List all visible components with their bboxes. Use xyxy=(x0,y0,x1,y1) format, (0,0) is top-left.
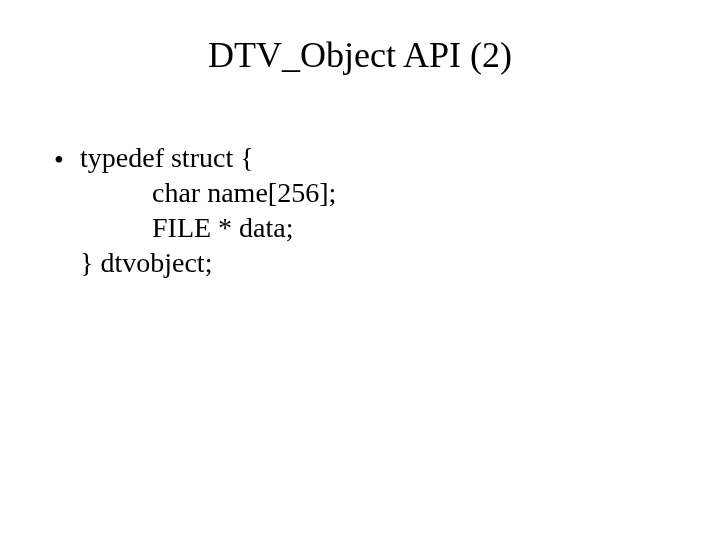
bullet-content: typedef struct { char name[256]; FILE * … xyxy=(80,140,666,280)
slide-title: DTV_Object API (2) xyxy=(0,34,720,76)
code-line-2: char name[256]; xyxy=(80,175,666,210)
code-line-1: typedef struct { xyxy=(80,140,666,175)
bullet-item: • typedef struct { char name[256]; FILE … xyxy=(54,140,666,280)
code-line-4: } dtvobject; xyxy=(80,245,666,280)
bullet-dot-icon: • xyxy=(54,140,80,177)
slide-body: • typedef struct { char name[256]; FILE … xyxy=(54,140,666,280)
code-line-3: FILE * data; xyxy=(80,210,666,245)
slide: DTV_Object API (2) • typedef struct { ch… xyxy=(0,0,720,540)
